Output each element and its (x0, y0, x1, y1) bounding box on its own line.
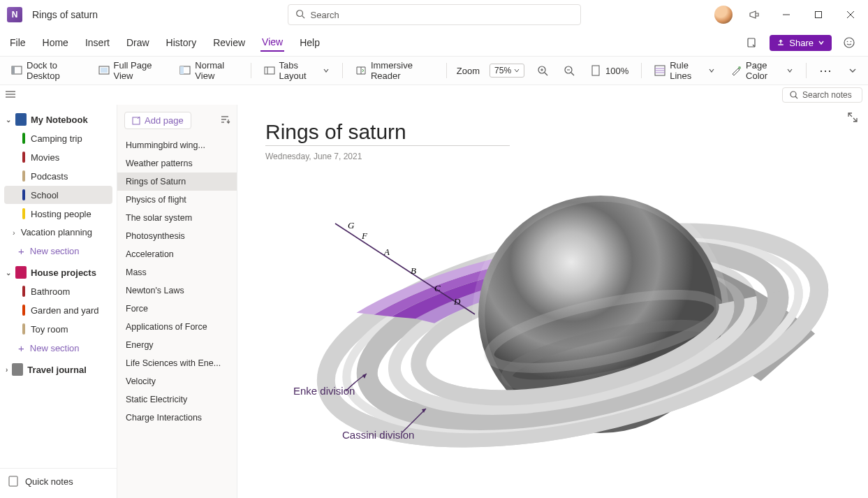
page-item[interactable]: Rings of Saturn (117, 173, 237, 191)
global-search[interactable]: Search (288, 4, 581, 25)
note-canvas[interactable]: Rings of saturn Wednesday, June 7, 2021 (237, 105, 868, 498)
page-item[interactable]: Photosynthesis (117, 227, 237, 245)
notebook-label: House projects (31, 268, 96, 278)
rulelines-icon (654, 65, 665, 76)
dock-to-desktop-button[interactable]: Dock to Desktop (8, 59, 86, 82)
page-color-button[interactable]: Page Color (728, 59, 796, 82)
section-hosting-people[interactable]: Hosting people (4, 205, 112, 223)
immersive-icon (355, 65, 367, 76)
maximize-button[interactable] (808, 4, 829, 25)
navigation-toggle-icon[interactable] (6, 89, 15, 101)
minimize-button[interactable] (776, 4, 797, 25)
megaphone-icon[interactable] (744, 4, 765, 25)
svg-line-20 (545, 73, 547, 75)
page-item[interactable]: Weather patterns (117, 154, 237, 173)
menu-insert[interactable]: Insert (84, 34, 111, 51)
section-label: Bathroom (31, 286, 70, 297)
zoom-out-button[interactable] (561, 64, 578, 78)
ring-label-f: F (361, 230, 368, 241)
menu-bar: File Home Insert Draw History Review Vie… (0, 29, 868, 56)
section-label: School (31, 190, 59, 200)
notebook-my-notebook[interactable]: ⌄ My Notebook (0, 110, 117, 129)
section-bathroom[interactable]: Bathroom (4, 282, 112, 300)
immersive-reader-button[interactable]: Immersive Reader (353, 59, 436, 82)
svg-rect-38 (133, 117, 140, 124)
menu-file[interactable]: File (8, 34, 27, 51)
more-options-button[interactable]: ⋯ (816, 61, 836, 80)
svg-rect-16 (180, 66, 184, 74)
add-page-button[interactable]: Add page (124, 112, 191, 129)
rule-lines-button[interactable]: Rule Lines (652, 59, 718, 82)
svg-line-36 (795, 96, 797, 98)
section-color-tab (22, 208, 25, 219)
menu-draw[interactable]: Draw (125, 34, 151, 51)
svg-point-8 (844, 38, 854, 47)
zoom-in-button[interactable] (534, 64, 551, 78)
search-notes-input[interactable]: Search notes (782, 87, 862, 103)
page-list-panel: Add page Hummingbird wing...Weather patt… (117, 105, 237, 498)
section-color-tab (22, 286, 25, 297)
close-button[interactable] (840, 4, 861, 25)
expand-canvas-button[interactable] (847, 112, 858, 125)
section-podcasts[interactable]: Podcasts (4, 167, 112, 185)
menu-history[interactable]: History (165, 34, 198, 51)
svg-line-24 (571, 73, 574, 75)
section-color-tab (22, 152, 25, 163)
chevron-icon: › (6, 366, 8, 374)
notebook-house-projects[interactable]: ⌄ House projects (0, 263, 117, 281)
menu-view[interactable]: View (260, 34, 284, 52)
page-item[interactable]: Applications of Force (117, 318, 237, 336)
quick-notes-button[interactable]: Quick notes (0, 468, 117, 494)
new-section-button[interactable]: +New section (0, 242, 117, 261)
page-options-icon[interactable] (742, 32, 763, 53)
page-item[interactable]: Force (117, 300, 237, 318)
page-item[interactable]: The solar system (117, 209, 237, 227)
section-color-tab (22, 170, 25, 182)
sort-pages-button[interactable] (220, 115, 230, 126)
full-page-view-button[interactable]: Full Page View (96, 59, 168, 82)
zoom-select[interactable]: 75% (490, 64, 524, 78)
tabs-layout-button[interactable]: Tabs Layout (261, 59, 332, 82)
page-item[interactable]: Hummingbird wing... (117, 136, 237, 154)
page-item[interactable]: Velocity (117, 372, 237, 390)
note-title[interactable]: Rings of saturn (265, 120, 510, 146)
page-item[interactable]: Life Sciences with Ene... (117, 354, 237, 372)
ring-label-d: D (453, 296, 461, 307)
section-movies[interactable]: Movies (4, 148, 112, 166)
saturn-diagram: G F A B C D Enke division Cassini divisi… (279, 154, 838, 489)
feedback-icon[interactable] (839, 32, 860, 53)
page-item[interactable]: Static Electricity (117, 390, 237, 409)
section-toy-room[interactable]: Toy room (4, 320, 112, 338)
pagecolor-icon (730, 65, 742, 76)
section-vacation-planning[interactable]: ›Vacation planning (4, 224, 112, 241)
section-label: Movies (31, 152, 59, 163)
share-button[interactable]: Share (770, 35, 832, 51)
page-item[interactable]: Acceleration (117, 245, 237, 263)
section-label: Hosting people (31, 209, 91, 219)
section-garden-and-yard[interactable]: Garden and yard (4, 301, 112, 319)
section-camping-trip[interactable]: Camping trip (4, 129, 112, 147)
annotation-cassini: Cassini division (342, 429, 414, 441)
section-color-tab (22, 133, 25, 144)
page-item[interactable]: Physics of flight (117, 191, 237, 209)
ribbon-collapse-button[interactable] (846, 65, 860, 76)
menu-review[interactable]: Review (212, 34, 247, 51)
page-item[interactable]: Energy (117, 336, 237, 354)
fullpage-icon (98, 65, 110, 76)
svg-rect-7 (779, 44, 784, 45)
menu-help[interactable]: Help (298, 34, 321, 51)
svg-point-31 (738, 66, 741, 69)
section-label: Vacation planning (21, 227, 92, 237)
svg-rect-14 (101, 68, 108, 73)
chevron-right-icon: › (13, 228, 15, 237)
page-item[interactable]: Mass (117, 263, 237, 281)
new-section-button[interactable]: +New section (0, 339, 117, 358)
page-item[interactable]: Newton's Laws (117, 281, 237, 300)
normal-view-button[interactable]: Normal View (177, 59, 240, 82)
menu-home[interactable]: Home (41, 34, 70, 51)
zoom-100-button[interactable]: 100% (587, 64, 631, 78)
user-avatar[interactable] (714, 6, 733, 24)
notebook-travel-journal[interactable]: › Travel journal (0, 360, 117, 379)
page-item[interactable]: Charge Interactions (117, 409, 237, 427)
section-school[interactable]: School (4, 186, 112, 204)
